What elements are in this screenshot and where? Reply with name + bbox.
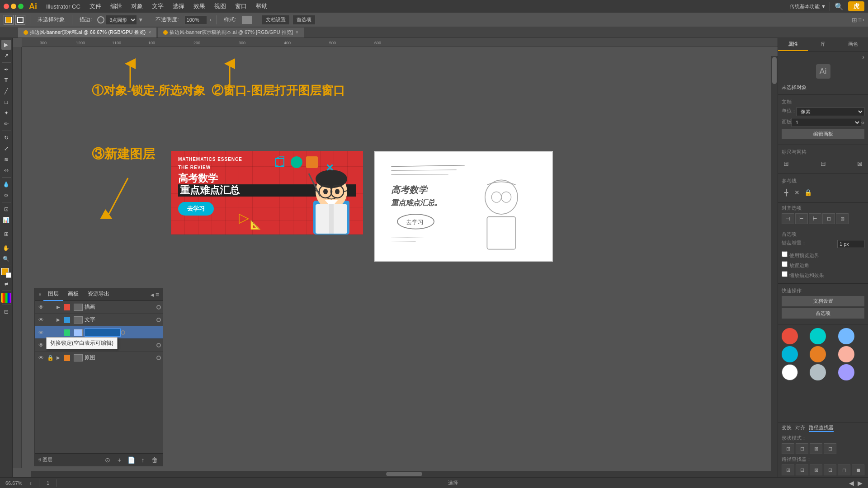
artboard-tool[interactable]: ⊡ (1, 204, 11, 214)
crop-btn[interactable]: ⊡ (824, 465, 836, 475)
layers-panel-close[interactable]: × (38, 291, 42, 298)
workspace-icon[interactable]: ≡ (858, 16, 862, 23)
swatch-lavender[interactable] (838, 364, 854, 380)
doc-settings-button[interactable]: 文档设置 (262, 15, 290, 25)
menu-item-help[interactable]: 帮助 (252, 1, 271, 11)
style-preview[interactable] (241, 15, 252, 24)
align-right-btn[interactable]: ⊢ (809, 213, 821, 224)
divide-btn[interactable]: ⊞ (782, 465, 794, 475)
opacity-expand-icon[interactable]: › (210, 17, 212, 23)
layer-expand-text[interactable]: ▶ (55, 315, 62, 324)
type-tool[interactable]: T (1, 75, 11, 85)
nudge-input[interactable] (837, 240, 864, 248)
stroke-dropdown-icon[interactable]: ▼ (138, 17, 143, 23)
properties-tab[interactable]: 属性 (778, 38, 808, 51)
screen-mode[interactable]: ⊟ (1, 307, 11, 317)
layer-item-drawing[interactable]: 👁 🔒 ▶ 描画 (35, 301, 163, 314)
layer-item-text[interactable]: 👁 🔒 ▶ 文字 (35, 314, 163, 326)
prefs-panel-btn[interactable]: 首选项 (782, 308, 864, 319)
edit-artboard-btn[interactable]: 编辑画板 (782, 129, 864, 139)
layer-lock-original[interactable]: 🔒 (46, 353, 55, 362)
graph-tool[interactable]: 📊 (1, 215, 11, 225)
unit-select[interactable]: 像素 (797, 107, 864, 116)
layer-vis-original[interactable]: 👁 (37, 353, 46, 362)
fill-color[interactable] (4, 15, 14, 25)
banner-cta-button[interactable]: 去学习 (178, 202, 214, 216)
artboard-select[interactable]: 1 (792, 118, 861, 127)
zoom-level[interactable]: 66.67% (5, 480, 22, 486)
pathfinder-tab[interactable]: 路径查找器 (809, 424, 834, 432)
blend-tool[interactable]: ∞ (1, 190, 11, 200)
make-clipping-mask-btn[interactable]: ⊙ (103, 455, 112, 465)
layer-vis-palette[interactable]: 👁 (37, 341, 46, 350)
arrange-icon[interactable]: ⊞ (852, 16, 857, 23)
rect-tool[interactable]: □ (1, 97, 11, 107)
new-sublayer-btn[interactable]: + (115, 455, 124, 465)
maximize-button[interactable] (18, 4, 24, 9)
swatch-salmon[interactable] (838, 346, 854, 362)
layer-lock-editing[interactable]: 🔒 (46, 328, 55, 337)
slice-tool[interactable]: ⊞ (1, 229, 11, 239)
warp-tool[interactable]: ≋ (1, 155, 11, 164)
swatch-red[interactable] (782, 328, 798, 344)
swatch-teal[interactable] (810, 328, 826, 344)
width-tool[interactable]: ⇔ (1, 165, 11, 175)
outline-btn[interactable]: ◻ (838, 465, 850, 475)
pen-tool[interactable]: ✒ (1, 65, 11, 75)
layers-tab-layers[interactable]: 图层 (43, 288, 63, 301)
stroke-preview[interactable] (97, 16, 104, 23)
stroke-size-select[interactable]: 3点圆形 (105, 15, 137, 25)
tab-copy-close[interactable]: × (296, 30, 298, 35)
panel-expand-icon[interactable]: › (862, 53, 864, 61)
lock-guide-icon[interactable]: 🔒 (803, 188, 812, 197)
menu-item-file[interactable]: 文件 (86, 1, 105, 11)
color-swatch[interactable] (1, 268, 11, 278)
layer-lock-drawing[interactable]: 🔒 (46, 303, 55, 312)
align-left-btn[interactable]: ⊣ (782, 213, 794, 224)
layer-item-original[interactable]: 👁 🔒 ▶ 原图 (35, 352, 163, 364)
menu-item-app[interactable]: Illustrator CC (42, 2, 84, 11)
snap-checkbox[interactable] (782, 271, 788, 277)
menu-item-effect[interactable]: 效果 (190, 1, 209, 11)
layers-panel-menu-icon[interactable]: ≡ (156, 291, 159, 298)
menu-item-select[interactable]: 选择 (169, 1, 188, 11)
swatch-light-blue[interactable] (838, 328, 854, 344)
panel-icon[interactable]: › (863, 17, 864, 23)
brush-tool[interactable]: ✦ (1, 108, 11, 118)
layer-vis-drawing[interactable]: 👁 (37, 303, 46, 312)
menu-item-object[interactable]: 对象 (127, 1, 146, 11)
intersect-btn[interactable]: ⊠ (810, 443, 822, 454)
search-icon[interactable]: 🔍 (832, 2, 846, 11)
menu-item-view[interactable]: 视图 (211, 1, 230, 11)
pencil-tool[interactable]: ✏ (1, 119, 11, 129)
align-center-h-btn[interactable]: ⊢ (795, 213, 808, 224)
swatch-cyan[interactable] (782, 346, 798, 362)
doc-settings-panel-btn[interactable]: 文档设置 (782, 296, 864, 306)
add-guide-icon[interactable]: ╋ (782, 188, 791, 197)
delete-layer-btn[interactable]: 🗑 (150, 455, 159, 465)
distribute-v-btn[interactable]: ⊠ (836, 213, 849, 224)
layer-expand-editing[interactable] (55, 328, 62, 337)
distribute-h-btn[interactable]: ⊟ (822, 213, 835, 224)
vertical-scrollbar[interactable] (771, 56, 778, 471)
create-layer-btn[interactable]: 📄 (127, 455, 136, 465)
tab-main-close[interactable]: × (148, 30, 151, 35)
menu-item-window[interactable]: 窗口 (231, 1, 250, 11)
hand-tool[interactable]: ✋ (1, 243, 11, 253)
opacity-input[interactable] (184, 15, 207, 24)
tab-main-file[interactable]: 插边风-banner演示稿.ai @ 66.67% (RGB/GPU 推览) × (18, 28, 157, 38)
grid-icon[interactable]: ⊟ (819, 159, 828, 168)
essential-mode[interactable]: 传统基本功能 ▼ (786, 2, 830, 11)
direct-select-tool[interactable]: ↗ (1, 51, 11, 61)
swatch-light-gray[interactable] (810, 364, 826, 380)
minimize-button[interactable] (11, 4, 16, 9)
layer-expand-original[interactable]: ▶ (55, 353, 62, 362)
layer-expand-drawing[interactable]: ▶ (55, 303, 62, 312)
color-tab[interactable]: 画色 (838, 38, 868, 51)
minus-back-btn[interactable]: ◼ (852, 465, 864, 475)
guides-icon[interactable]: ⊠ (855, 159, 864, 168)
line-tool[interactable]: ╱ (1, 86, 11, 96)
layer-vis-editing[interactable]: 👁 (37, 328, 46, 337)
remove-guide-icon[interactable]: ✕ (793, 188, 802, 197)
round-corners-checkbox[interactable] (782, 261, 788, 267)
